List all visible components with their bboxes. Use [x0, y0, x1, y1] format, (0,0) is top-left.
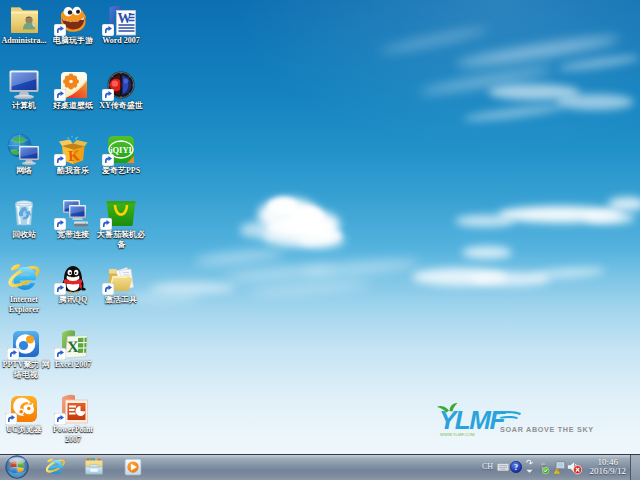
svg-text:iQIYI: iQIYI	[110, 145, 132, 155]
svg-text:X: X	[67, 338, 80, 355]
svg-text:YLMF: YLMF	[439, 405, 506, 435]
svg-text:SOAR ABOVE THE SKY: SOAR ABOVE THE SKY	[500, 425, 594, 434]
svg-text:K: K	[68, 147, 81, 164]
svg-text:WWW.YLMF.COM: WWW.YLMF.COM	[440, 432, 475, 437]
svg-text:W: W	[118, 11, 132, 26]
